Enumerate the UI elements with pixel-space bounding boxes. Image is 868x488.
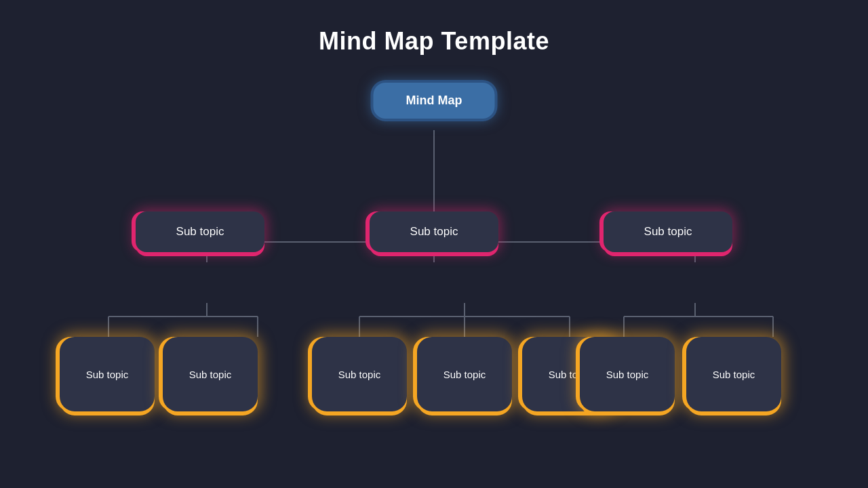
mindmap-diagram: Mind Map Sub topic Sub topic Sub topic S… [27,69,841,449]
page-title: Mind Map Template [319,27,549,56]
l2-2-label: Sub topic [189,369,232,380]
level2-node-3[interactable]: Sub topic [312,337,407,411]
level1-node-center[interactable]: Sub topic [370,211,498,252]
root-label: Mind Map [406,94,462,107]
l2-1-label: Sub topic [86,369,129,380]
root-box: Mind Map [374,83,495,119]
l2-6-label: Sub topic [606,369,649,380]
l2-4-label: Sub topic [443,369,486,380]
level1-node-left[interactable]: Sub topic [136,211,264,252]
l2-3-label: Sub topic [338,369,381,380]
l1-right-label: Sub topic [644,225,692,238]
level2-node-2[interactable]: Sub topic [163,337,258,411]
level2-node-1[interactable]: Sub topic [60,337,155,411]
l1-left-label: Sub topic [176,225,224,238]
l1-center-label: Sub topic [410,225,458,238]
l2-7-label: Sub topic [713,369,755,380]
level2-node-7[interactable]: Sub topic [686,337,781,411]
level1-node-right[interactable]: Sub topic [604,211,732,252]
level2-node-6[interactable]: Sub topic [580,337,675,411]
root-node[interactable]: Mind Map [374,83,495,119]
level2-node-4[interactable]: Sub topic [417,337,512,411]
